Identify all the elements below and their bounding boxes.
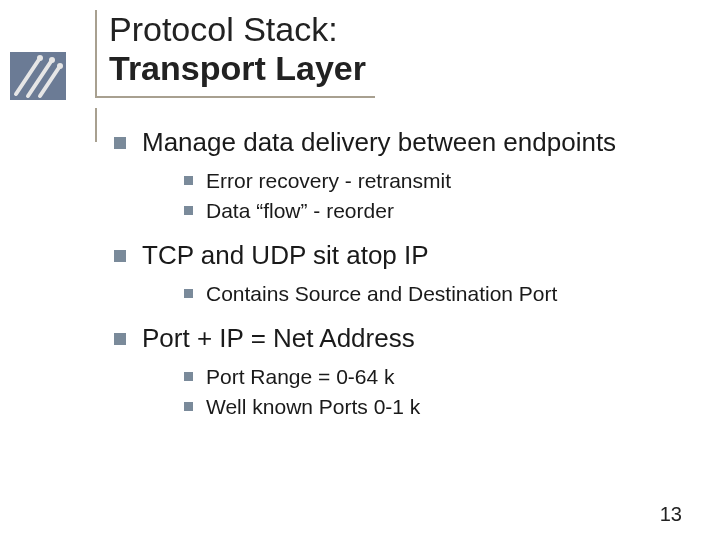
title-line-1: Protocol Stack: xyxy=(109,10,375,49)
bullet-l1: Port + IP = Net Address Port Range = 0-6… xyxy=(110,322,680,421)
bullet-l1: TCP and UDP sit atop IP Contains Source … xyxy=(110,239,680,308)
bullet-text: Manage data delivery between endpoints xyxy=(142,127,616,157)
svg-point-4 xyxy=(37,55,43,61)
slide-body: Manage data delivery between endpoints E… xyxy=(110,126,680,421)
bullet-l2: Port Range = 0-64 k xyxy=(180,363,680,391)
bullet-l2: Contains Source and Destination Port xyxy=(180,280,680,308)
bullet-l2: Well known Ports 0-1 k xyxy=(180,393,680,421)
bullet-l2: Data “flow” - reorder xyxy=(180,197,680,225)
page-number: 13 xyxy=(660,503,682,526)
svg-point-5 xyxy=(49,57,55,63)
bullet-l1: Manage data delivery between endpoints E… xyxy=(110,126,680,225)
bullet-text: TCP and UDP sit atop IP xyxy=(142,240,429,270)
bullet-l2: Error recovery - retransmit xyxy=(180,167,680,195)
svg-point-6 xyxy=(57,63,63,69)
title-line-2: Transport Layer xyxy=(109,49,375,88)
slide-title: Protocol Stack: Transport Layer xyxy=(95,10,375,98)
title-rule-extension xyxy=(95,108,97,142)
logo-icon xyxy=(10,52,66,100)
bullet-text: Port + IP = Net Address xyxy=(142,323,415,353)
